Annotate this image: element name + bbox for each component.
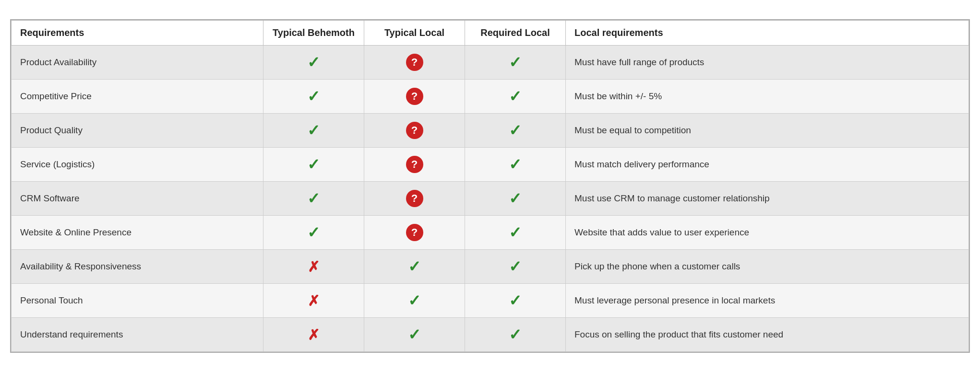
col-header-typical-local: Typical Local <box>364 21 465 46</box>
cell-local-requirements: Must be equal to competition <box>566 114 969 148</box>
cell-requirement: Availability & Responsiveness <box>12 250 263 284</box>
check-icon: ✓ <box>509 53 522 71</box>
required-local-cell: ✓ <box>465 148 566 182</box>
cell-local-requirements: Must have full range of products <box>566 46 969 80</box>
table-row: Product Availability✓?✓Must have full ra… <box>12 46 969 80</box>
required-local-cell: ✓ <box>465 182 566 216</box>
typical-behemoth-cell: ✓ <box>263 46 364 80</box>
check-icon: ✓ <box>509 189 522 208</box>
cross-icon: ✗ <box>308 326 320 343</box>
typical-behemoth-cell: ✗ <box>263 284 364 318</box>
required-local-cell: ✓ <box>465 46 566 80</box>
col-header-typical-behemoth: Typical Behemoth <box>263 21 364 46</box>
check-icon: ✓ <box>509 155 522 174</box>
table-row: CRM Software✓?✓Must use CRM to manage cu… <box>12 182 969 216</box>
cell-requirement: Understand requirements <box>12 318 263 352</box>
table-row: Service (Logistics)✓?✓Must match deliver… <box>12 148 969 182</box>
comparison-table: Requirements Typical Behemoth Typical Lo… <box>11 20 969 352</box>
check-icon: ✓ <box>307 223 320 242</box>
cell-requirement: CRM Software <box>12 182 263 216</box>
typical-behemoth-cell: ✗ <box>263 250 364 284</box>
cell-requirement: Service (Logistics) <box>12 148 263 182</box>
question-icon: ? <box>406 224 423 241</box>
required-local-cell: ✓ <box>465 216 566 250</box>
check-icon: ✓ <box>509 223 522 242</box>
typical-behemoth-cell: ✓ <box>263 216 364 250</box>
cell-requirement: Website & Online Presence <box>12 216 263 250</box>
check-icon: ✓ <box>408 326 421 344</box>
header-row: Requirements Typical Behemoth Typical Lo… <box>12 21 969 46</box>
cell-local-requirements: Pick up the phone when a customer calls <box>566 250 969 284</box>
col-header-required-local: Required Local <box>465 21 566 46</box>
required-local-cell: ✓ <box>465 114 566 148</box>
table-row: Personal Touch✗✓✓Must leverage personal … <box>12 284 969 318</box>
check-icon: ✓ <box>408 257 421 276</box>
required-local-cell: ✓ <box>465 80 566 114</box>
cell-local-requirements: Must use CRM to manage customer relation… <box>566 182 969 216</box>
cell-local-requirements: Focus on selling the product that fits c… <box>566 318 969 352</box>
table-row: Availability & Responsiveness✗✓✓Pick up … <box>12 250 969 284</box>
cell-local-requirements: Must match delivery performance <box>566 148 969 182</box>
typical-local-cell: ? <box>364 80 465 114</box>
typical-behemoth-cell: ✓ <box>263 80 364 114</box>
typical-local-cell: ? <box>364 46 465 80</box>
check-icon: ✓ <box>307 189 320 208</box>
cross-icon: ✗ <box>308 258 320 275</box>
table-row: Understand requirements✗✓✓Focus on selli… <box>12 318 969 352</box>
check-icon: ✓ <box>509 257 522 276</box>
cell-requirement: Product Quality <box>12 114 263 148</box>
typical-local-cell: ✓ <box>364 318 465 352</box>
check-icon: ✓ <box>509 291 522 310</box>
typical-behemoth-cell: ✓ <box>263 148 364 182</box>
typical-local-cell: ✓ <box>364 250 465 284</box>
col-header-local-requirements: Local requirements <box>566 21 969 46</box>
check-icon: ✓ <box>509 121 522 140</box>
required-local-cell: ✓ <box>465 250 566 284</box>
cell-local-requirements: Must leverage personal presence in local… <box>566 284 969 318</box>
check-icon: ✓ <box>307 121 320 140</box>
cell-requirement: Product Availability <box>12 46 263 80</box>
cell-requirement: Personal Touch <box>12 284 263 318</box>
typical-behemoth-cell: ✗ <box>263 318 364 352</box>
question-icon: ? <box>406 190 423 207</box>
check-icon: ✓ <box>509 87 522 105</box>
col-header-requirements: Requirements <box>12 21 263 46</box>
question-icon: ? <box>406 54 423 71</box>
check-icon: ✓ <box>408 291 421 310</box>
required-local-cell: ✓ <box>465 318 566 352</box>
comparison-table-wrapper: Requirements Typical Behemoth Typical Lo… <box>10 19 970 353</box>
typical-local-cell: ✓ <box>364 284 465 318</box>
cell-local-requirements: Website that adds value to user experien… <box>566 216 969 250</box>
typical-local-cell: ? <box>364 148 465 182</box>
question-icon: ? <box>406 156 423 173</box>
required-local-cell: ✓ <box>465 284 566 318</box>
check-icon: ✓ <box>307 87 320 105</box>
check-icon: ✓ <box>307 155 320 174</box>
check-icon: ✓ <box>509 326 522 344</box>
cross-icon: ✗ <box>308 292 320 309</box>
check-icon: ✓ <box>307 53 320 71</box>
table-row: Competitive Price✓?✓Must be within +/- 5… <box>12 80 969 114</box>
table-row: Website & Online Presence✓?✓Website that… <box>12 216 969 250</box>
question-icon: ? <box>406 88 423 105</box>
typical-local-cell: ? <box>364 114 465 148</box>
cell-local-requirements: Must be within +/- 5% <box>566 80 969 114</box>
question-icon: ? <box>406 122 423 139</box>
typical-behemoth-cell: ✓ <box>263 182 364 216</box>
typical-behemoth-cell: ✓ <box>263 114 364 148</box>
table-row: Product Quality✓?✓Must be equal to compe… <box>12 114 969 148</box>
typical-local-cell: ? <box>364 182 465 216</box>
cell-requirement: Competitive Price <box>12 80 263 114</box>
typical-local-cell: ? <box>364 216 465 250</box>
